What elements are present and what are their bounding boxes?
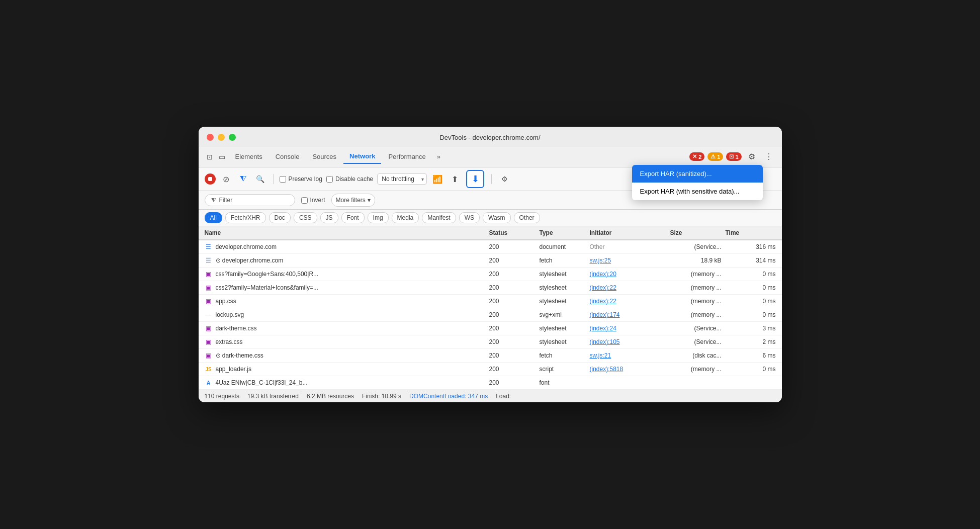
col-name[interactable]: Name: [205, 229, 489, 236]
font-icon: A: [205, 379, 213, 387]
tab-network[interactable]: Network: [343, 149, 381, 164]
type-wasm-button[interactable]: Wasm: [483, 212, 511, 223]
network-toolbar: ⊘ ⧨ 🔍 Preserve log Disable cache No thro…: [199, 167, 782, 191]
type-media-button[interactable]: Media: [392, 212, 419, 223]
css-icon: ▣: [205, 351, 213, 360]
invert-label[interactable]: Invert: [301, 197, 325, 204]
row-initiator[interactable]: sw.js:21: [590, 352, 670, 359]
more-filters-button[interactable]: More filters ▾: [331, 194, 375, 207]
css-icon: ▣: [205, 270, 213, 278]
col-size[interactable]: Size: [670, 229, 726, 236]
table-row[interactable]: ☰ ⊙ developer.chrome.com 200 fetch sw.js…: [199, 254, 782, 268]
warning-badge[interactable]: ⚠ 1: [707, 152, 723, 161]
more-filters-arrow: ▾: [368, 197, 371, 204]
type-fetch-xhr-button[interactable]: Fetch/XHR: [225, 212, 266, 223]
tab-sources[interactable]: Sources: [306, 150, 342, 163]
css-icon: ▣: [205, 284, 213, 292]
row-name-text: dark-theme.css: [216, 325, 257, 332]
type-ws-button[interactable]: WS: [459, 212, 480, 223]
disable-cache-label[interactable]: Disable cache: [326, 175, 373, 183]
close-button[interactable]: [207, 134, 214, 141]
row-status: 200: [489, 338, 540, 345]
row-type: fetch: [540, 352, 590, 359]
tab-performance[interactable]: Performance: [382, 150, 431, 163]
row-size: (Service...: [670, 243, 726, 250]
table-row[interactable]: A 4Uaz ENIw|CB_C-1Cl|f33l_24_b... 200 fo…: [199, 376, 782, 390]
row-initiator[interactable]: (index):20: [590, 271, 670, 278]
row-initiator[interactable]: (index):22: [590, 284, 670, 291]
settings-icon[interactable]: ⚙: [745, 150, 759, 164]
more-tabs-button[interactable]: »: [433, 151, 444, 162]
tabs-container: Elements Console Sources Network Perform…: [229, 149, 684, 164]
row-initiator[interactable]: (index):24: [590, 325, 670, 332]
row-name: ▣ extras.css: [205, 338, 489, 346]
throttle-wrapper[interactable]: No throttling ▾: [377, 173, 427, 185]
preserve-log-text: Preserve log: [289, 175, 322, 183]
type-js-button[interactable]: JS: [320, 212, 338, 223]
col-status[interactable]: Status: [489, 229, 540, 236]
col-time[interactable]: Time: [726, 229, 776, 236]
download-har-button[interactable]: ⬇: [466, 170, 484, 188]
row-name-text: extras.css: [216, 338, 243, 345]
table-row[interactable]: ▣ css?family=Google+Sans:400,500|R... 20…: [199, 268, 782, 281]
load-label: Load:: [496, 393, 511, 400]
throttle-select[interactable]: No throttling: [377, 173, 427, 185]
row-type: stylesheet: [540, 325, 590, 332]
table-row[interactable]: ▣ dark-theme.css 200 stylesheet (index):…: [199, 322, 782, 335]
type-other-button[interactable]: Other: [514, 212, 540, 223]
tab-elements[interactable]: Elements: [229, 150, 269, 163]
maximize-button[interactable]: [229, 134, 236, 141]
table-row[interactable]: ☰ developer.chrome.com 200 document Othe…: [199, 240, 782, 254]
more-options-icon[interactable]: ⋮: [762, 150, 776, 164]
minimize-button[interactable]: [218, 134, 225, 141]
error-badge[interactable]: ✕ 2: [689, 152, 704, 161]
divider-1: [273, 174, 274, 184]
row-initiator[interactable]: (index):22: [590, 298, 670, 305]
search-button[interactable]: 🔍: [254, 172, 267, 186]
inspect-icon[interactable]: ⊡: [205, 151, 215, 163]
type-doc-button[interactable]: Doc: [269, 212, 291, 223]
device-icon[interactable]: ▭: [217, 151, 227, 163]
wifi-icon[interactable]: 📶: [431, 172, 444, 186]
row-initiator[interactable]: sw.js:25: [590, 257, 670, 264]
record-button[interactable]: [205, 173, 216, 185]
type-img-button[interactable]: Img: [368, 212, 389, 223]
filter-input[interactable]: ⧨ Filter: [205, 194, 295, 206]
table-row[interactable]: ▣ css2?family=Material+Icons&family=... …: [199, 281, 782, 295]
dom-content-loaded[interactable]: DOMContentLoaded: 347 ms: [409, 393, 488, 400]
preserve-log-checkbox[interactable]: [280, 176, 286, 183]
disable-cache-checkbox[interactable]: [326, 176, 333, 183]
row-initiator[interactable]: (index):105: [590, 338, 670, 345]
table-row[interactable]: ▣ extras.css 200 stylesheet (index):105 …: [199, 335, 782, 349]
type-all-button[interactable]: All: [205, 212, 222, 223]
warning-count: 1: [717, 154, 720, 160]
row-name-text: css2?family=Material+Icons&family=...: [216, 284, 318, 291]
settings2-icon[interactable]: ⚙: [498, 172, 511, 186]
issues-badge[interactable]: ⊡ 1: [726, 152, 741, 161]
row-initiator[interactable]: (index):174: [590, 311, 670, 318]
clear-button[interactable]: ⊘: [220, 172, 233, 186]
type-manifest-button[interactable]: Manifest: [422, 212, 456, 223]
type-css-button[interactable]: CSS: [294, 212, 317, 223]
table-row[interactable]: JS app_loader.js 200 script (index):5818…: [199, 363, 782, 376]
row-name-text: 4Uaz ENIw|CB_C-1Cl|f33l_24_b...: [216, 379, 308, 386]
row-size: (memory ...: [670, 284, 726, 291]
row-name: ▣ ⊙ dark-theme.css: [205, 351, 489, 360]
table-row[interactable]: ▣ ⊙ dark-theme.css 200 fetch sw.js:21 (d…: [199, 349, 782, 363]
table-row[interactable]: — lockup.svg 200 svg+xml (index):174 (me…: [199, 308, 782, 322]
row-type: document: [540, 243, 590, 250]
preserve-log-label[interactable]: Preserve log: [280, 175, 322, 183]
row-initiator[interactable]: (index):5818: [590, 366, 670, 373]
filter-label: Filter: [219, 197, 233, 204]
filter-icon[interactable]: ⧨: [237, 172, 250, 186]
upload-icon[interactable]: ⬆: [448, 172, 461, 186]
type-font-button[interactable]: Font: [341, 212, 365, 223]
row-time: 0 ms: [726, 366, 776, 373]
finish-time: Finish: 10.99 s: [362, 393, 401, 400]
col-initiator[interactable]: Initiator: [590, 229, 670, 236]
tab-console[interactable]: Console: [270, 150, 306, 163]
invert-checkbox[interactable]: [301, 197, 308, 204]
row-status: 200: [489, 284, 540, 291]
col-type[interactable]: Type: [540, 229, 590, 236]
table-row[interactable]: ▣ app.css 200 stylesheet (index):22 (mem…: [199, 295, 782, 308]
